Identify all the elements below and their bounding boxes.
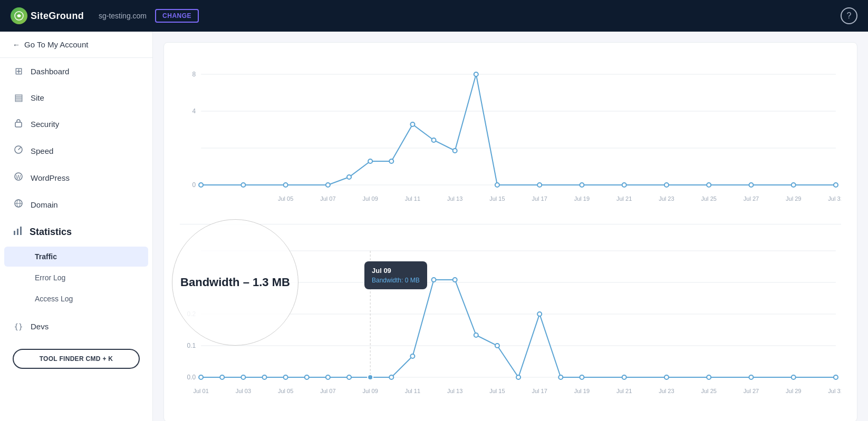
svg-text:Jul 25: Jul 25 [701,195,716,202]
domain-icon [13,199,24,211]
svg-text:Jul 19: Jul 19 [574,195,590,202]
speed-icon [13,145,24,157]
svg-rect-8 [14,231,15,235]
navbar: SiteGround sg-testing.com CHANGE ? [0,0,868,32]
svg-point-74 [453,278,457,282]
svg-point-69 [326,375,330,379]
svg-text:Jul 17: Jul 17 [532,388,547,394]
svg-point-78 [537,312,542,316]
main-content: 8 4 0 [153,32,868,421]
svg-point-70 [347,375,351,379]
svg-text:Jul 09: Jul 09 [362,195,378,202]
statistics-label: Statistics [30,227,72,238]
svg-point-77 [516,375,520,379]
sidebar-sub-item-error-log[interactable]: Error Log [4,268,148,288]
svg-point-22 [347,175,351,179]
svg-text:8: 8 [192,71,196,78]
svg-point-26 [432,138,436,142]
svg-point-30 [537,183,542,187]
svg-point-37 [834,183,838,187]
svg-text:0: 0 [192,181,196,189]
svg-text:Jul 27: Jul 27 [744,388,759,394]
dashboard-icon: ⊞ [13,65,24,77]
svg-text:Jul 19: Jul 19 [574,388,590,394]
svg-point-20 [284,183,288,187]
sidebar-item-wordpress[interactable]: W WordPress [0,164,152,191]
svg-point-67 [284,375,288,379]
svg-text:Jul 07: Jul 07 [320,388,335,394]
svg-text:Jul 29: Jul 29 [786,388,801,394]
svg-point-23 [368,159,372,163]
tool-finder-button[interactable]: TOOL FINDER CMD + K [13,349,140,369]
svg-point-31 [580,183,584,187]
go-to-my-account-link[interactable]: ← Go To My Account [0,32,152,58]
svg-text:Jul 29: Jul 29 [786,195,801,202]
svg-text:Jul 23: Jul 23 [659,195,674,202]
logo-text: SiteGround [31,11,84,22]
svg-text:Jul 11: Jul 11 [405,195,420,202]
sidebar-item-speed[interactable]: Speed [0,138,152,164]
lock-icon [13,118,24,130]
svg-point-36 [792,183,796,187]
svg-rect-9 [17,229,18,235]
svg-text:0.3: 0.3 [187,279,196,286]
svg-point-75 [474,333,478,337]
svg-text:Jul 09: Jul 09 [362,388,378,394]
svg-rect-1 [15,122,22,127]
svg-point-33 [664,183,669,187]
charts-wrapper: 8 4 0 [180,58,841,411]
top-chart-section: 8 4 0 [180,58,841,224]
change-button[interactable]: CHANGE [155,9,199,23]
svg-point-63 [199,375,203,379]
svg-text:Jul 21: Jul 21 [616,195,632,202]
svg-text:Jul 23: Jul 23 [659,388,674,394]
svg-point-66 [262,375,266,379]
svg-point-35 [749,183,753,187]
svg-text:Jul 31: Jul 31 [828,388,841,394]
sidebar-item-domain[interactable]: Domain [0,191,152,218]
statistics-icon [13,226,23,239]
svg-text:Jul 15: Jul 15 [489,388,505,394]
svg-text:Jul 31: Jul 31 [828,195,841,202]
svg-point-68 [305,375,309,379]
svg-point-79 [558,375,563,379]
sidebar-item-site[interactable]: ▤ Site [0,84,152,111]
svg-point-84 [749,375,753,379]
svg-text:W: W [16,174,21,180]
sidebar: ← Go To My Account ⊞ Dashboard ▤ Site Se… [0,32,153,421]
sidebar-item-label: Domain [31,200,58,209]
devs-label: Devs [31,322,49,331]
wordpress-icon: W [13,172,24,184]
svg-point-27 [453,149,457,153]
svg-text:Jul 13: Jul 13 [447,388,462,394]
traffic-label: Traffic [35,252,57,261]
sidebar-item-security[interactable]: Security [0,111,152,138]
chart-area: 8 4 0 [163,42,857,421]
svg-point-25 [410,122,414,126]
svg-point-82 [664,375,669,379]
sidebar-item-statistics[interactable]: Statistics [0,218,152,246]
svg-point-80 [580,375,584,379]
sidebar-item-devs[interactable]: {} Devs [0,315,152,338]
svg-text:Jul 05: Jul 05 [278,388,293,394]
svg-point-34 [707,183,711,187]
top-chart-svg: 8 4 0 [180,58,841,206]
bottom-chart-svg: 0.3 0.2 0.1 0.0 [180,240,841,398]
sidebar-item-label: Security [31,120,59,129]
sidebar-sub-item-traffic[interactable]: Traffic [4,247,148,267]
svg-rect-10 [20,227,22,235]
help-button[interactable]: ? [841,7,857,24]
svg-point-83 [707,375,711,379]
sidebar-sub-item-access-log[interactable]: Access Log [4,289,148,309]
sidebar-item-dashboard[interactable]: ⊞ Dashboard [0,58,152,84]
layout: ← Go To My Account ⊞ Dashboard ▤ Site Se… [0,32,868,421]
sidebar-item-label: WordPress [31,173,70,182]
svg-text:Jul 27: Jul 27 [744,195,759,202]
svg-point-76 [495,344,499,348]
svg-point-24 [389,159,393,163]
svg-text:4: 4 [192,107,196,115]
back-label: Go To My Account [24,40,88,49]
svg-text:Jul 11: Jul 11 [405,388,420,394]
svg-point-72 [410,354,414,358]
svg-text:Jul 05: Jul 05 [278,195,293,202]
